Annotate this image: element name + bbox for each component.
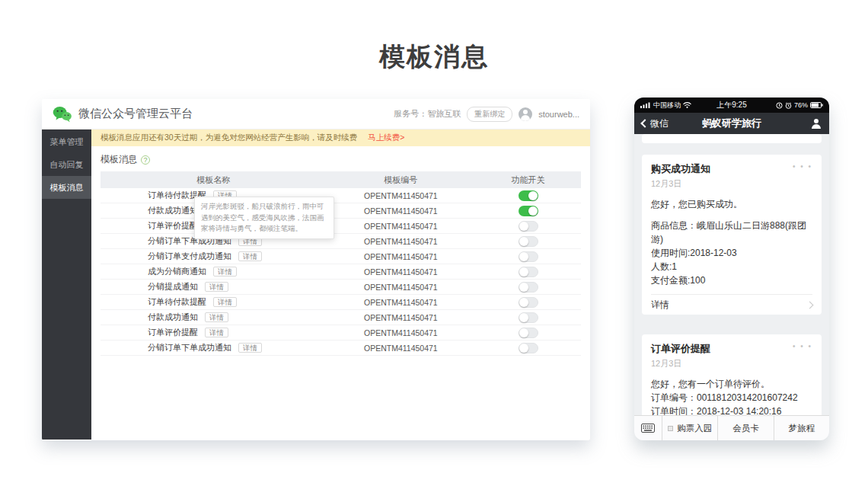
admin-header-right: 服务号：智旅互联 重新绑定 stourweb... — [394, 107, 579, 122]
toggle-cell — [475, 251, 581, 262]
more-dots-icon[interactable]: • • • — [793, 342, 812, 350]
renew-now-link[interactable]: 马上续费> — [368, 133, 404, 143]
card-date: 12月3日 — [651, 178, 812, 190]
function-toggle[interactable] — [519, 206, 538, 216]
template-code: OPENTM411450471 — [327, 328, 476, 337]
template-name: 付款成功通知 — [148, 312, 198, 323]
phone-screen: 购买成功通知• • •12月3日您好，您已购买成功。商品信息：峨眉山乐山二日游8… — [634, 134, 829, 415]
table-row: 订单待付款提醒详情OPENTM411450471 — [101, 295, 581, 310]
table-row: 分销订单下单成功通知详情OPENTM411450471 — [101, 341, 581, 356]
template-code: OPENTM411450471 — [327, 237, 476, 246]
card-title: 购买成功通知 — [651, 162, 793, 176]
admin-panel: 微信公众号管理云平台 服务号：智旅互联 重新绑定 stourweb... 菜单管… — [42, 99, 590, 440]
function-toggle[interactable] — [519, 267, 538, 277]
function-toggle[interactable] — [519, 221, 538, 232]
battery-icon — [810, 102, 823, 108]
wifi-icon — [683, 102, 691, 108]
detail-button[interactable]: 详情 — [213, 267, 237, 277]
keyboard-icon[interactable] — [634, 416, 662, 440]
detail-button[interactable]: 详情 — [205, 282, 228, 292]
template-name-cell: 分销订单下单成功通知详情 — [101, 342, 327, 353]
detail-button[interactable]: 详情 — [238, 251, 262, 261]
toggle-cell — [475, 297, 581, 308]
clock-label: 上午9:25 — [706, 100, 758, 110]
card-line: 支付金额:100 — [651, 273, 812, 287]
table-body: 订单待付款提醒详情OPENTM411450471付款成功通知详情OPENTM41… — [101, 188, 581, 356]
function-toggle[interactable] — [519, 312, 538, 323]
template-name: 订单评价提醒 — [148, 220, 198, 232]
template-code: OPENTM411450471 — [327, 222, 476, 231]
sidebar-item-link[interactable]: 菜单管理 — [42, 130, 91, 153]
detail-button[interactable]: 详情 — [205, 328, 228, 337]
function-toggle[interactable] — [519, 190, 538, 201]
nav-user-area — [776, 118, 822, 129]
carrier-label: 中国移动 — [653, 101, 681, 110]
function-toggle[interactable] — [519, 343, 538, 353]
card-line: 订单编号：00118120314201607242 — [651, 391, 812, 404]
template-name: 分销提成通知 — [148, 281, 198, 293]
card-line: 人数:1 — [651, 260, 812, 273]
expiry-notice: 模板消息应用还有30天过期，为避免对您网站经营产生影响，请及时续费 马上续费> — [91, 129, 590, 146]
status-bar: 中国移动 上午9:25 76% — [634, 98, 829, 113]
function-toggle[interactable] — [519, 297, 538, 308]
template-name-cell: 分销提成通知详情 — [101, 281, 327, 293]
template-code: OPENTM411450471 — [327, 313, 476, 322]
table-row: 订单评价提醒详情OPENTM411450471 — [101, 219, 581, 234]
alarm-icon — [785, 102, 792, 109]
sidebar-item-active[interactable]: 模板消息 — [42, 176, 91, 199]
template-code: OPENTM411450471 — [327, 206, 476, 216]
template-code: OPENTM411450471 — [327, 252, 476, 261]
table-row: 分销订单支付成功通知详情OPENTM411450471 — [101, 249, 581, 264]
table-row: 付款成功通知详情OPENTM411450471 — [101, 310, 581, 325]
sidebar-item-link[interactable]: 自动回复 — [42, 153, 91, 176]
toolbar-menu-item[interactable]: 购票入园 — [662, 416, 717, 440]
admin-content: 模板消息应用还有30天过期，为避免对您网站经营产生影响，请及时续费 马上续费> … — [91, 129, 590, 440]
toggle-cell — [475, 221, 581, 232]
table-row: 分销订单下单成功通知详情OPENTM411450471 — [101, 234, 581, 249]
detail-button[interactable]: 详情 — [238, 343, 262, 353]
function-toggle[interactable] — [519, 328, 538, 338]
function-toggle[interactable] — [519, 251, 538, 262]
avatar[interactable] — [519, 107, 532, 121]
toolbar-menu-item[interactable]: 梦旅程 — [774, 416, 829, 440]
page-title: 模板消息 — [0, 40, 868, 75]
phone-toolbar: 购票入园会员卡梦旅程 — [634, 415, 829, 440]
more-dots-icon[interactable]: • • • — [793, 162, 812, 171]
username[interactable]: stourweb... — [538, 110, 579, 119]
column-header: 模板编号 — [327, 174, 476, 186]
phone-nav-bar: 微信 蚂蚁研学旅行 — [634, 113, 829, 134]
admin-body: 菜单管理自动回复模板消息 模板消息应用还有30天过期，为避免对您网站经营产生影响… — [42, 129, 590, 440]
table-row: 分销提成通知详情OPENTM411450471 — [101, 280, 581, 295]
card-line: 您好，您已购买成功。 — [651, 197, 812, 211]
person-icon[interactable] — [811, 118, 822, 129]
detail-button[interactable]: 详情 — [205, 312, 228, 322]
template-name: 分销订单支付成功通知 — [148, 251, 231, 262]
card-line: 使用时间:2018-12-03 — [651, 246, 812, 260]
table-header: 模板名称模板编号功能开关 — [101, 171, 581, 188]
help-icon[interactable]: ? — [141, 155, 150, 165]
template-table: 模板名称模板编号功能开关 订单待付款提醒详情OPENTM411450471付款成… — [101, 171, 581, 356]
page: 模板消息 微信公众号管理云平台 服务号：智旅互联 重新绑定 stourweb..… — [0, 0, 868, 486]
detail-button[interactable]: 详情 — [213, 297, 237, 307]
service-account-label: 服务号：智旅互联 — [394, 108, 461, 120]
template-name: 订单评价提醒 — [148, 327, 198, 338]
sidebar: 菜单管理自动回复模板消息 — [42, 129, 91, 440]
back-button[interactable]: 微信 — [642, 117, 688, 130]
signal-icon — [640, 102, 651, 108]
function-toggle[interactable] — [519, 282, 538, 293]
card-date: 12月3日 — [651, 358, 812, 369]
function-toggle[interactable] — [519, 236, 538, 247]
section-head: 模板消息 ? — [91, 146, 590, 171]
rebind-button[interactable]: 重新绑定 — [467, 107, 512, 122]
card-paragraph: 商品信息：峨眉山乐山二日游888(跟团游)使用时间:2018-12-03人数:1… — [651, 219, 812, 287]
phone-mockup: 中国移动 上午9:25 76% — [634, 98, 829, 440]
battery-label: 76% — [794, 101, 808, 109]
column-header: 功能开关 — [475, 174, 581, 186]
template-name: 成为分销商通知 — [148, 266, 206, 277]
card-detail-link[interactable]: 详情 — [651, 294, 812, 315]
toolbar-item-label: 购票入园 — [677, 423, 712, 434]
toggle-cell — [475, 236, 581, 247]
template-name: 订单待付款提醒 — [148, 296, 206, 308]
template-name-cell: 付款成功通知详情 — [101, 312, 327, 323]
toolbar-menu-item[interactable]: 会员卡 — [717, 416, 773, 440]
